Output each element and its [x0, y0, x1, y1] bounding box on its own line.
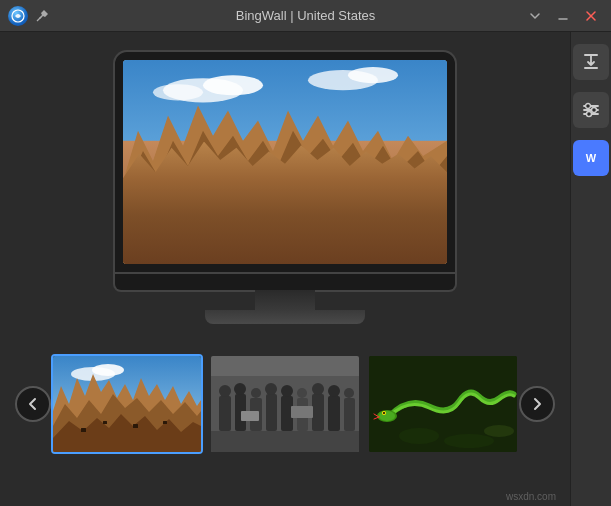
right-sidebar: W	[570, 32, 611, 506]
svg-text:W: W	[586, 152, 597, 164]
svg-point-42	[281, 385, 293, 397]
thumbnail-1[interactable]	[51, 354, 203, 454]
svg-point-44	[297, 388, 307, 398]
thumbnails-row	[10, 344, 560, 464]
thumb-image-1	[53, 356, 201, 452]
svg-point-38	[251, 388, 261, 398]
svg-point-23	[92, 364, 124, 376]
minimize-button[interactable]	[551, 4, 575, 28]
svg-rect-39	[266, 394, 277, 431]
svg-point-61	[444, 434, 494, 448]
svg-point-46	[312, 383, 324, 395]
title-bar: BingWall | United States	[0, 0, 611, 32]
svg-rect-49	[344, 398, 355, 431]
thumbnail-3[interactable]	[367, 354, 519, 454]
svg-point-7	[203, 75, 263, 95]
svg-rect-18	[263, 196, 270, 202]
thumb-image-3	[369, 356, 517, 452]
monitor-stand-neck	[255, 290, 315, 310]
svg-rect-15	[183, 201, 191, 207]
monitor-stand-base	[205, 310, 365, 324]
svg-rect-47	[328, 396, 340, 431]
watermark: wsxdn.com	[506, 491, 556, 502]
settings-button[interactable]	[573, 92, 609, 128]
svg-rect-19	[293, 186, 301, 192]
thumbnail-2[interactable]	[209, 354, 361, 454]
svg-rect-64	[584, 67, 598, 69]
prev-button[interactable]	[15, 386, 51, 422]
pin-icon	[34, 8, 50, 24]
svg-rect-45	[312, 394, 324, 431]
title-text: BingWall | United States	[236, 8, 375, 23]
thumb-image-2	[211, 356, 359, 452]
svg-rect-52	[291, 406, 313, 418]
title-bar-title: BingWall | United States	[236, 8, 375, 23]
monitor-screen	[123, 60, 447, 264]
svg-line-1	[37, 17, 41, 21]
svg-rect-29	[133, 424, 138, 428]
svg-rect-30	[163, 421, 167, 424]
svg-point-68	[592, 108, 597, 113]
close-button[interactable]	[579, 4, 603, 28]
svg-rect-55	[369, 356, 519, 454]
svg-point-10	[348, 67, 398, 83]
dropdown-button[interactable]	[523, 4, 547, 28]
svg-rect-16	[203, 191, 210, 196]
svg-marker-14	[123, 171, 447, 264]
svg-point-40	[265, 383, 277, 395]
svg-rect-51	[241, 411, 259, 421]
monitor-wrapper	[115, 52, 455, 324]
svg-point-57	[379, 411, 395, 421]
svg-point-48	[328, 385, 340, 397]
svg-rect-20	[323, 201, 329, 206]
svg-rect-33	[219, 396, 231, 431]
wallpaper-preview	[123, 60, 447, 264]
monitor-chin	[115, 272, 455, 290]
center-area	[0, 32, 570, 506]
svg-point-70	[587, 112, 592, 117]
next-button[interactable]	[519, 386, 555, 422]
main-content: W	[0, 32, 611, 506]
svg-point-8	[153, 84, 203, 100]
svg-point-62	[484, 425, 514, 437]
title-bar-controls	[523, 4, 603, 28]
svg-point-59	[383, 412, 385, 414]
svg-point-34	[219, 385, 231, 397]
svg-point-36	[234, 383, 246, 395]
watermark-text: wsxdn.com	[506, 491, 556, 502]
svg-rect-28	[103, 421, 107, 424]
wps-button[interactable]: W	[573, 140, 609, 176]
title-bar-left	[8, 6, 50, 26]
download-button[interactable]	[573, 44, 609, 80]
svg-point-66	[586, 104, 591, 109]
svg-rect-27	[81, 428, 86, 432]
monitor-frame	[115, 52, 455, 272]
svg-rect-53	[211, 431, 361, 454]
thumbnails-container	[51, 354, 519, 454]
svg-rect-17	[223, 206, 229, 211]
app-icon	[8, 6, 28, 26]
svg-point-50	[344, 388, 354, 398]
svg-point-60	[399, 428, 439, 444]
